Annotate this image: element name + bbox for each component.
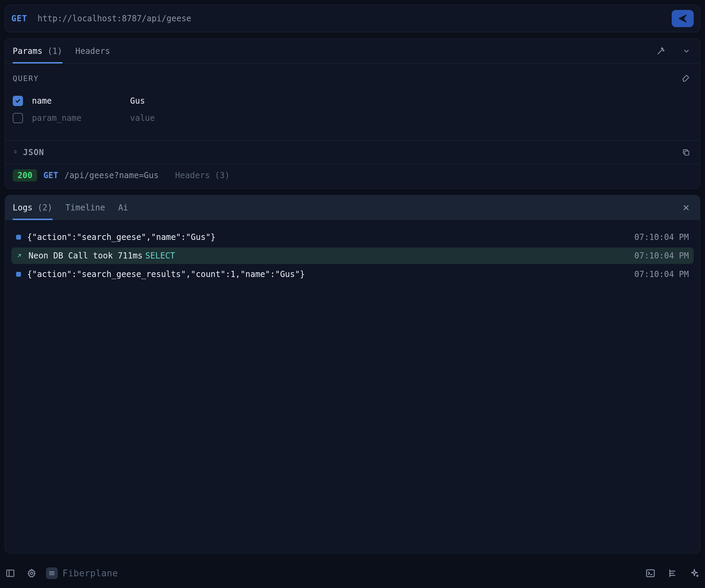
copy-response-button[interactable] <box>680 146 692 159</box>
param-row <box>13 92 692 109</box>
tab-params-count: (1) <box>47 46 62 56</box>
param-key-input[interactable] <box>32 113 121 123</box>
close-icon <box>682 204 690 212</box>
check-icon <box>15 98 21 104</box>
tab-timeline-label: Timeline <box>66 203 105 212</box>
sparkle-button[interactable] <box>687 566 702 580</box>
tab-logs[interactable]: Logs (2) <box>13 195 53 220</box>
magic-wand-button[interactable] <box>654 44 668 58</box>
layout-icon <box>667 568 678 578</box>
tab-headers[interactable]: Headers <box>76 39 110 64</box>
response-meta: JSON 200 GET /api/geese?name=Gus Headers… <box>5 140 700 188</box>
url-input[interactable] <box>37 14 661 23</box>
log-message: Neon DB Call took 711msSELECT <box>28 251 628 261</box>
status-code-badge: 200 <box>13 169 37 182</box>
params-panel: Params (1) Headers QUERY <box>5 38 700 189</box>
response-status-row: 200 GET /api/geese?name=Gus Headers (3) <box>5 164 700 188</box>
log-tag: SELECT <box>145 251 175 261</box>
tab-logs-count: (2) <box>37 203 52 212</box>
sort-icon[interactable] <box>13 148 18 157</box>
tab-logs-label: Logs <box>13 203 33 212</box>
log-message: {"action":"search_geese_results","count"… <box>27 269 628 279</box>
panel-toggle-button[interactable] <box>3 566 17 580</box>
param-key-input[interactable] <box>32 96 121 106</box>
log-level-icon <box>16 235 21 240</box>
settings-button[interactable] <box>25 566 38 580</box>
tab-params[interactable]: Params (1) <box>13 39 62 64</box>
magic-wand-icon <box>656 46 666 56</box>
close-logs-button[interactable] <box>680 201 692 214</box>
terminal-button[interactable] <box>643 566 658 580</box>
svg-point-2 <box>31 572 33 575</box>
footer-bar: Fiberplane <box>0 560 705 588</box>
tab-timeline[interactable]: Timeline <box>66 195 105 220</box>
expand-button[interactable] <box>681 45 692 57</box>
logs-tabs: Logs (2) Timeline Ai <box>5 195 700 220</box>
brand-icon <box>46 567 58 579</box>
param-value-input[interactable] <box>130 113 692 123</box>
erase-icon <box>681 74 690 83</box>
query-section-label: QUERY <box>13 74 39 83</box>
svg-rect-3 <box>647 570 655 577</box>
response-format-row: JSON <box>5 141 700 164</box>
sparkle-icon <box>689 568 700 578</box>
layout-button[interactable] <box>665 566 680 580</box>
param-checkbox[interactable] <box>13 113 23 123</box>
send-button[interactable] <box>672 10 694 27</box>
logs-body: {"action":"search_geese","name":"Gus"} 0… <box>5 220 700 291</box>
response-format-label[interactable]: JSON <box>23 148 44 157</box>
tab-ai-label: Ai <box>118 203 128 212</box>
tab-params-label: Params <box>13 46 43 56</box>
tab-ai[interactable]: Ai <box>118 195 128 220</box>
send-icon <box>678 14 687 23</box>
response-headers-count[interactable]: Headers (3) <box>175 171 230 180</box>
logs-panel: Logs (2) Timeline Ai {"action":"search_g… <box>5 195 700 553</box>
params-tabs: Params (1) Headers <box>5 39 700 64</box>
query-section: QUERY <box>5 64 700 140</box>
log-level-icon <box>16 272 21 277</box>
svg-rect-1 <box>7 570 14 577</box>
log-row[interactable]: {"action":"search_geese_results","count"… <box>11 266 694 283</box>
request-bar: GET <box>5 5 700 32</box>
gear-icon <box>27 568 36 578</box>
log-row[interactable]: {"action":"search_geese","name":"Gus"} 0… <box>11 229 694 245</box>
response-method: GET <box>43 171 58 180</box>
tab-headers-label: Headers <box>76 46 110 56</box>
terminal-icon <box>645 568 656 578</box>
log-message: {"action":"search_geese","name":"Gus"} <box>27 232 628 242</box>
log-timestamp: 07:10:04 PM <box>634 269 689 279</box>
panel-left-icon <box>5 568 15 578</box>
log-row[interactable]: Neon DB Call took 711msSELECT 07:10:04 P… <box>11 247 694 264</box>
param-checkbox[interactable] <box>13 96 23 106</box>
svg-rect-0 <box>685 151 689 155</box>
param-value-input[interactable] <box>130 96 692 106</box>
log-timestamp: 07:10:04 PM <box>634 232 689 242</box>
database-icon <box>16 253 22 259</box>
brand[interactable]: Fiberplane <box>46 567 118 579</box>
log-timestamp: 07:10:04 PM <box>634 251 689 261</box>
copy-icon <box>682 148 690 157</box>
response-path: /api/geese?name=Gus <box>65 171 159 180</box>
chevron-down-icon <box>683 47 690 55</box>
http-method[interactable]: GET <box>11 14 27 23</box>
param-row-empty <box>13 109 692 127</box>
brand-label: Fiberplane <box>62 568 118 578</box>
clear-params-button[interactable] <box>679 72 692 85</box>
